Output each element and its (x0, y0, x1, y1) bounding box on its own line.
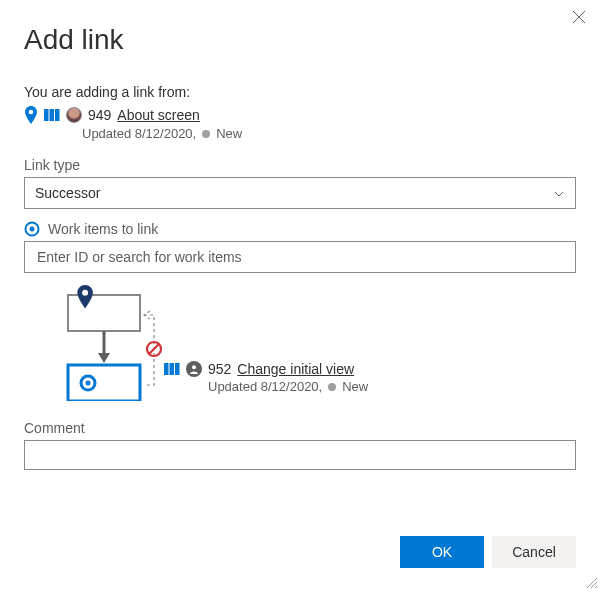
cancel-button[interactable]: Cancel (492, 536, 576, 568)
linked-updated: Updated 8/12/2020, (208, 379, 322, 394)
work-items-label: Work items to link (48, 221, 158, 237)
comment-input[interactable] (24, 440, 576, 470)
work-items-search-input[interactable] (35, 248, 565, 266)
state-dot-icon (328, 383, 336, 391)
svg-point-7 (30, 227, 35, 232)
svg-rect-4 (50, 109, 55, 121)
svg-rect-8 (68, 295, 140, 331)
comment-label: Comment (24, 420, 576, 436)
linked-meta: Updated 8/12/2020, New (208, 379, 576, 394)
book-icon (164, 362, 180, 376)
svg-point-9 (82, 290, 88, 296)
linked-item-row: 952 Change initial view (164, 361, 576, 377)
linked-title-link[interactable]: Change initial view (237, 361, 354, 377)
svg-rect-19 (175, 363, 180, 375)
svg-line-16 (149, 344, 159, 354)
svg-rect-5 (55, 109, 60, 121)
source-updated: Updated 8/12/2020, (82, 126, 196, 141)
unassigned-user-icon (186, 361, 202, 377)
dialog-title: Add link (24, 24, 576, 56)
source-meta: Updated 8/12/2020, New (82, 126, 576, 141)
book-icon (44, 108, 60, 122)
source-title-link[interactable]: About screen (117, 107, 200, 123)
svg-line-21 (587, 578, 597, 588)
work-items-header: Work items to link (24, 221, 576, 237)
avatar (66, 107, 82, 123)
source-state: New (216, 126, 242, 141)
svg-rect-12 (68, 365, 140, 401)
pin-icon (24, 106, 38, 124)
svg-point-14 (86, 381, 91, 386)
work-items-input-wrapper[interactable] (24, 241, 576, 273)
svg-point-20 (192, 365, 196, 369)
state-dot-icon (202, 130, 210, 138)
svg-line-23 (595, 586, 597, 588)
source-item-row: 949 About screen (24, 106, 576, 124)
linked-id: 952 (208, 361, 231, 377)
svg-line-22 (591, 582, 597, 588)
svg-rect-3 (44, 109, 49, 121)
target-icon (24, 221, 40, 237)
svg-rect-18 (170, 363, 175, 375)
linked-state: New (342, 379, 368, 394)
link-type-label: Link type (24, 157, 576, 173)
svg-point-2 (29, 110, 34, 115)
source-id: 949 (88, 107, 111, 123)
ok-button[interactable]: OK (400, 536, 484, 568)
svg-rect-17 (164, 363, 169, 375)
resize-handle-icon (585, 576, 597, 591)
link-type-select[interactable]: Successor (24, 177, 576, 209)
relationship-diagram (24, 285, 164, 404)
close-icon[interactable] (572, 10, 586, 28)
from-label: You are adding a link from: (24, 84, 576, 100)
chevron-down-icon (553, 187, 565, 199)
svg-marker-11 (98, 353, 110, 363)
link-type-value: Successor (35, 185, 100, 201)
